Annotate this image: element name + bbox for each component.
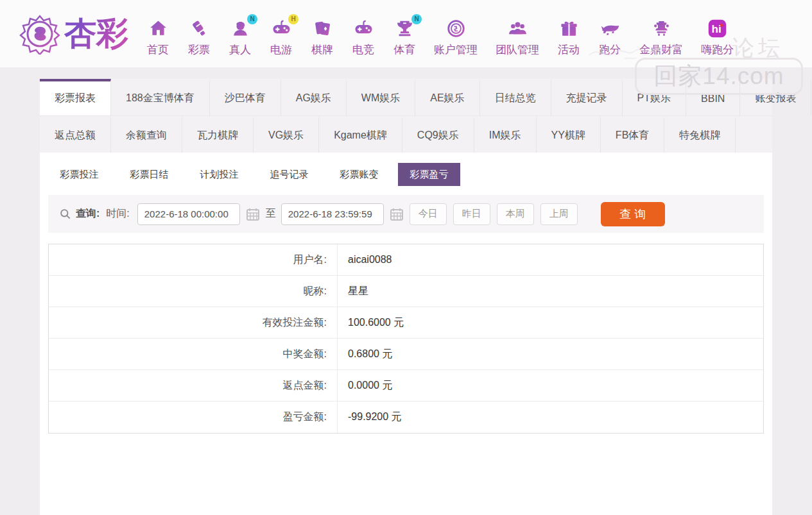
tab-特兔棋牌[interactable]: 特兔棋牌 xyxy=(664,116,736,153)
nav-badge-n: N xyxy=(247,14,257,24)
tab-沙巴体育[interactable]: 沙巴体育 xyxy=(210,79,281,115)
main-nav: 首页彩票N真人H电游棋牌电竞N体育账户管理团队管理活动跑分金鼎财富hi嗨跑分 xyxy=(137,17,743,57)
lottery-subtabs: 彩票投注彩票日结计划投注追号记录彩票账变彩票盈亏 xyxy=(48,163,764,186)
tab-账变报表[interactable]: 账变报表 xyxy=(740,79,811,115)
top-header: 杏彩 首页彩票N真人H电游棋牌电竞N体育账户管理团队管理活动跑分金鼎财富hi嗨跑… xyxy=(0,0,812,67)
nav-item-label: 团队管理 xyxy=(496,42,539,57)
row-label: 盈亏金额: xyxy=(49,401,338,433)
table-row: 中奖金额:0.6800 元 xyxy=(49,339,763,370)
nav-item-label: 彩票 xyxy=(188,42,210,57)
tab-彩票报表[interactable]: 彩票报表 xyxy=(40,79,111,115)
tab-YY棋牌[interactable]: YY棋牌 xyxy=(537,116,601,153)
sports-trophy-icon: N xyxy=(393,17,416,40)
subtab-彩票投注[interactable]: 彩票投注 xyxy=(48,163,110,186)
nav-badge-h: H xyxy=(288,14,298,24)
row-label: 用户名: xyxy=(49,244,338,275)
query-label: 查询: xyxy=(76,207,99,221)
table-row: 有效投注金额:100.6000 元 xyxy=(49,307,763,339)
tab-row-filler xyxy=(736,116,772,153)
subtab-计划投注[interactable]: 计划投注 xyxy=(188,163,250,186)
tab-BBIN[interactable]: BBIN xyxy=(686,79,740,115)
tab-日结总览[interactable]: 日结总览 xyxy=(480,79,551,115)
tab-瓦力棋牌[interactable]: 瓦力棋牌 xyxy=(182,116,254,153)
tab-188金宝博体育[interactable]: 188金宝博体育 xyxy=(111,79,210,115)
team-manage-icon xyxy=(506,17,529,40)
tab-FB体育[interactable]: FB体育 xyxy=(601,116,664,153)
tab-余额查询[interactable]: 余额查询 xyxy=(111,116,182,153)
row-label: 中奖金额: xyxy=(49,339,338,369)
query-bar: 查询: 时间: 至 今日昨日本周上周 查 询 xyxy=(48,195,764,233)
row-value: 100.6000 元 xyxy=(338,307,763,338)
nav-item-电竞[interactable]: 电竞 xyxy=(343,17,384,57)
end-time-input[interactable] xyxy=(281,203,384,225)
tab-AG娱乐[interactable]: AG娱乐 xyxy=(281,79,347,115)
tab-VG娱乐[interactable]: VG娱乐 xyxy=(254,116,319,153)
nav-item-跑分[interactable]: 跑分 xyxy=(589,17,630,57)
nav-item-label: 嗨跑分 xyxy=(701,42,734,57)
row-label: 昵称: xyxy=(49,276,338,307)
main-panel: 彩票投注彩票日结计划投注追号记录彩票账变彩票盈亏 查询: 时间: 至 xyxy=(40,153,772,515)
svg-text:hi: hi xyxy=(711,22,721,35)
paofen-rhino-icon xyxy=(598,17,621,40)
subtab-彩票日结[interactable]: 彩票日结 xyxy=(118,163,180,186)
nav-item-label: 账户管理 xyxy=(434,42,478,57)
hi-paofen-icon: hi xyxy=(706,17,729,40)
tab-IM娱乐[interactable]: IM娱乐 xyxy=(474,116,537,153)
quick-button-本周[interactable]: 本周 xyxy=(497,203,534,225)
time-label: 时间: xyxy=(106,207,129,221)
live-casino-icon: N xyxy=(229,17,252,40)
nav-item-电游[interactable]: H电游 xyxy=(261,17,302,57)
slot-games-icon: H xyxy=(270,17,293,40)
nav-item-嗨跑分[interactable]: hi嗨跑分 xyxy=(692,17,743,57)
row-value: 星星 xyxy=(338,276,763,307)
nav-item-首页[interactable]: 首页 xyxy=(137,17,178,57)
cards-icon xyxy=(311,17,334,40)
tab-充提记录[interactable]: 充提记录 xyxy=(551,79,623,115)
tab-Kgame棋牌[interactable]: Kgame棋牌 xyxy=(319,116,402,153)
nav-item-彩票[interactable]: 彩票 xyxy=(178,17,220,57)
nav-item-棋牌[interactable]: 棋牌 xyxy=(302,17,343,57)
quick-range-buttons: 今日昨日本周上周 xyxy=(410,203,584,225)
calendar-icon[interactable] xyxy=(245,207,261,222)
subtab-追号记录[interactable]: 追号记录 xyxy=(258,163,320,186)
subtab-彩票盈亏[interactable]: 彩票盈亏 xyxy=(398,163,460,186)
nav-item-label: 体育 xyxy=(393,42,415,57)
nav-item-团队管理[interactable]: 团队管理 xyxy=(487,17,548,57)
query-submit-button[interactable]: 查 询 xyxy=(601,202,665,226)
start-time-input[interactable] xyxy=(137,203,240,225)
nav-item-label: 电竞 xyxy=(352,42,374,57)
nav-item-账户管理[interactable]: 账户管理 xyxy=(425,17,487,57)
calendar-icon[interactable] xyxy=(389,207,404,222)
row-label: 有效投注金额: xyxy=(49,307,338,338)
nav-item-体育[interactable]: N体育 xyxy=(384,17,425,57)
brand-logo[interactable]: 杏彩 xyxy=(19,12,128,55)
subtab-彩票账变[interactable]: 彩票账变 xyxy=(328,163,390,186)
row-label: 返点金额: xyxy=(49,370,338,401)
brand-emblem-icon xyxy=(19,13,60,55)
nav-item-label: 棋牌 xyxy=(311,42,333,57)
nav-badge-n: N xyxy=(411,14,422,24)
tab-WM娱乐[interactable]: WM娱乐 xyxy=(347,79,415,115)
quick-button-今日[interactable]: 今日 xyxy=(410,203,447,225)
nav-item-label: 首页 xyxy=(147,42,169,57)
table-row: 昵称:星星 xyxy=(49,276,763,307)
nav-item-金鼎财富[interactable]: 金鼎财富 xyxy=(630,17,692,57)
nav-item-活动[interactable]: 活动 xyxy=(548,17,589,57)
nav-item-label: 活动 xyxy=(558,42,580,57)
account-manage-icon xyxy=(444,17,467,40)
lottery-ticket-icon xyxy=(187,17,211,40)
quick-button-上周[interactable]: 上周 xyxy=(540,203,578,225)
tab-PT娱乐[interactable]: PT娱乐 xyxy=(623,79,686,115)
row-value: aicai0088 xyxy=(338,244,763,275)
nav-item-label: 跑分 xyxy=(599,42,621,57)
tab-CQ9娱乐[interactable]: CQ9娱乐 xyxy=(402,116,474,153)
report-tabs-row2: 返点总额余额查询瓦力棋牌VG娱乐Kgame棋牌CQ9娱乐IM娱乐YY棋牌FB体育… xyxy=(40,115,772,153)
table-row: 返点金额:0.0000 元 xyxy=(49,370,763,401)
tab-返点总额[interactable]: 返点总额 xyxy=(40,116,111,153)
tab-AE娱乐[interactable]: AE娱乐 xyxy=(415,79,479,115)
quick-button-昨日[interactable]: 昨日 xyxy=(453,203,490,225)
search-icon xyxy=(59,208,72,221)
content-wrap: 彩票报表188金宝博体育沙巴体育AG娱乐WM娱乐AE娱乐日结总览充提记录PT娱乐… xyxy=(40,79,772,515)
row-value: -99.9200 元 xyxy=(338,401,763,433)
nav-item-真人[interactable]: N真人 xyxy=(220,17,261,57)
